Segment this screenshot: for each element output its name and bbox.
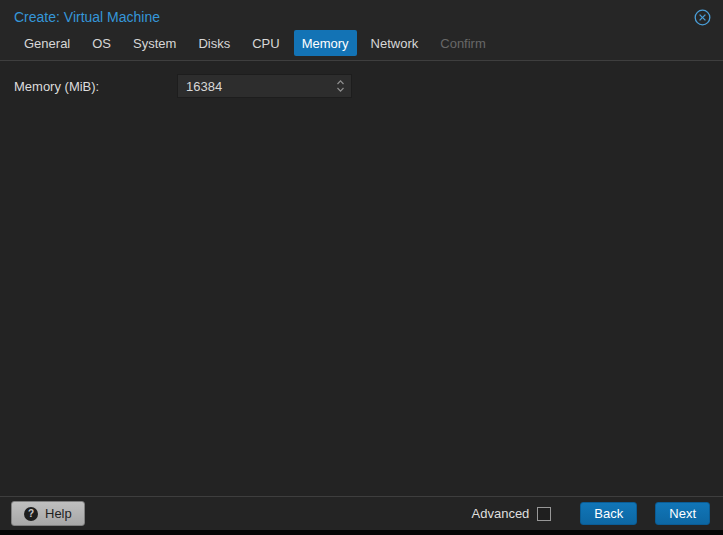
back-button[interactable]: Back: [580, 502, 637, 525]
next-button[interactable]: Next: [655, 502, 710, 525]
memory-field-label: Memory (MiB):: [14, 79, 177, 94]
tab-system[interactable]: System: [125, 30, 184, 56]
tab-cpu[interactable]: CPU: [244, 30, 287, 56]
memory-step-panel: Memory (MiB):: [0, 60, 723, 497]
dialog-title: Create: Virtual Machine: [14, 9, 160, 25]
tab-confirm: Confirm: [432, 30, 494, 56]
memory-form-row: Memory (MiB):: [14, 74, 709, 98]
tab-general[interactable]: General: [16, 30, 78, 56]
tab-network[interactable]: Network: [363, 30, 427, 56]
memory-spinner-field: [177, 74, 352, 98]
advanced-label[interactable]: Advanced: [472, 506, 530, 521]
dialog-header: Create: Virtual Machine: [0, 0, 723, 30]
help-button-label: Help: [45, 506, 72, 521]
create-vm-dialog: Create: Virtual Machine General OS Syste…: [0, 0, 723, 530]
help-icon: ?: [24, 507, 38, 521]
spinner-up-down-icon[interactable]: [329, 75, 351, 97]
tab-os[interactable]: OS: [84, 30, 119, 56]
wizard-tabbar: General OS System Disks CPU Memory Netwo…: [0, 30, 723, 60]
tab-memory[interactable]: Memory: [294, 30, 357, 56]
help-button[interactable]: ? Help: [11, 501, 85, 526]
memory-input[interactable]: [178, 79, 329, 94]
close-icon[interactable]: [694, 9, 711, 26]
advanced-checkbox[interactable]: [537, 507, 551, 521]
tab-disks[interactable]: Disks: [190, 30, 238, 56]
dialog-footer: ? Help Advanced Back Next: [0, 497, 723, 530]
